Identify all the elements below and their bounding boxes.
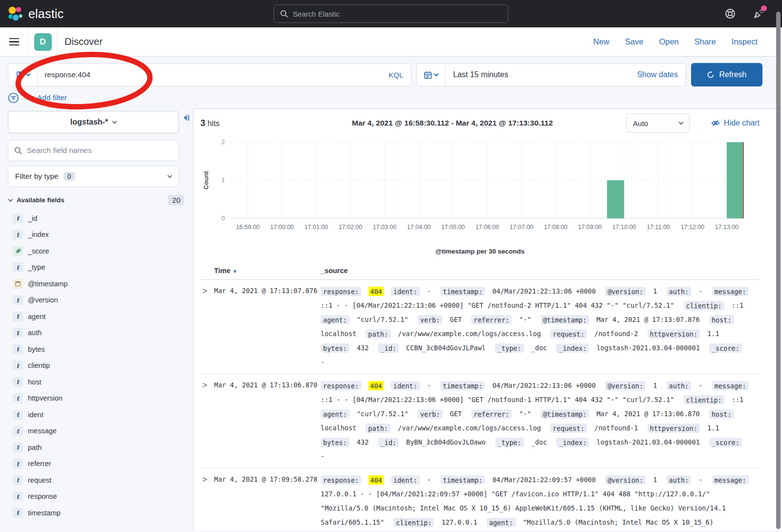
time-range-value[interactable]: Last 15 minutes	[445, 70, 629, 79]
index-pattern-selector[interactable]: logstash-*	[8, 111, 179, 133]
source-field-value: 1	[653, 382, 657, 389]
field-item-request[interactable]: trequest	[8, 472, 186, 489]
top-menu-save[interactable]: Save	[625, 37, 644, 46]
svg-text:17:13:00: 17:13:00	[715, 224, 739, 231]
top-menu-new[interactable]: New	[593, 37, 609, 46]
field-item-@version[interactable]: t@version	[8, 292, 186, 309]
top-menu-share[interactable]: Share	[695, 37, 716, 46]
field-type-text-icon: t	[13, 508, 23, 518]
doc-time: Mar 4, 2021 @ 17:09:58.278	[214, 473, 321, 530]
field-search-input[interactable]: Search field names	[8, 140, 179, 161]
elastic-logo[interactable]: elastic	[0, 5, 108, 22]
saved-query-menu-button[interactable]	[8, 64, 38, 86]
save-query-icon	[16, 71, 24, 79]
field-type-text-icon: t	[13, 328, 23, 338]
field-item-@timestamp[interactable]: @timestamp	[8, 276, 186, 292]
field-item-bytes[interactable]: tbytes	[8, 341, 186, 358]
help-icon[interactable]	[724, 8, 736, 20]
field-name: _type	[28, 263, 45, 271]
svg-text:17:00:00: 17:00:00	[270, 224, 294, 231]
source-field-key: auth:	[667, 381, 692, 390]
field-name: response	[28, 492, 57, 500]
field-type-text-icon: t	[13, 475, 23, 485]
svg-text:16:59:00: 16:59:00	[236, 224, 260, 231]
field-item-response[interactable]: tresponse	[8, 489, 186, 505]
expand-row-icon[interactable]: >	[200, 473, 214, 530]
source-field-key: response:	[321, 475, 361, 485]
expand-row-icon[interactable]: >	[200, 284, 214, 369]
source-field-key: @version:	[605, 287, 646, 296]
source-field-value: Mar 4, 2021 @ 17:13:06.870	[596, 410, 699, 418]
global-search-input[interactable]: Search Elastic	[274, 4, 508, 23]
svg-text:1: 1	[221, 177, 225, 184]
field-item-_id[interactable]: t_id	[8, 210, 186, 227]
field-type-text-icon: t	[13, 443, 23, 452]
field-item-httpversion[interactable]: thttpversion	[8, 390, 186, 407]
filter-type-count-badge: 0	[64, 172, 75, 181]
doc-table-row: >Mar 4, 2021 @ 17:13:07.876response: 404…	[200, 280, 760, 374]
doc-source: response: 404 ident: - timestamp: 04/Mar…	[321, 284, 760, 369]
source-field-key: @version:	[605, 475, 646, 485]
field-name: host	[28, 378, 41, 386]
field-item-agent[interactable]: tagent	[8, 308, 186, 325]
query-language-button[interactable]: KQL	[381, 71, 411, 79]
histogram-chart[interactable]: 16:59:0017:00:0017:01:0017:02:0017:03:00…	[200, 137, 760, 255]
time-column-header[interactable]: Time▼	[214, 267, 321, 275]
field-item-_type[interactable]: t_type	[8, 259, 186, 276]
chevron-down-icon	[25, 72, 30, 77]
query-input[interactable]: response:404	[38, 70, 381, 79]
discover-app-badge[interactable]: D	[34, 33, 52, 51]
filter-icon[interactable]	[8, 92, 19, 104]
source-field-value: 04/Mar/2021:22:09:57 +0000	[492, 476, 595, 484]
show-dates-button[interactable]: Show dates	[629, 70, 686, 79]
interval-select[interactable]: Auto	[626, 113, 690, 133]
source-field-key: _score:	[709, 438, 742, 447]
source-field-key: message:	[712, 381, 749, 390]
svg-text:17:12:00: 17:12:00	[681, 224, 705, 231]
global-header: elastic Search Elastic	[0, 0, 782, 27]
field-item-referrer[interactable]: treferrer	[8, 456, 186, 472]
doc-time: Mar 4, 2021 @ 17:13:07.876	[214, 284, 321, 369]
field-item-auth[interactable]: tauth	[8, 325, 186, 341]
field-item-ident[interactable]: tident	[8, 406, 186, 423]
field-item-clientip[interactable]: tclientip	[8, 358, 186, 374]
expand-row-icon[interactable]: >	[200, 379, 214, 464]
top-menu-inspect[interactable]: Inspect	[732, 37, 758, 46]
svg-text:17:11:00: 17:11:00	[647, 224, 670, 231]
source-field-key: referrer:	[471, 315, 512, 324]
filter-by-type-select[interactable]: Filter by type 0	[8, 166, 179, 187]
collapse-sidebar-icon[interactable]	[180, 113, 190, 122]
field-item-timestamp[interactable]: ttimestamp	[8, 505, 186, 521]
field-item-path[interactable]: tpath	[8, 439, 186, 456]
field-type-number-icon: #	[13, 246, 23, 256]
field-item-_score[interactable]: #_score	[8, 243, 186, 259]
hide-chart-button[interactable]: Hide chart	[711, 119, 760, 128]
source-field-value: 1	[653, 287, 657, 295]
field-name: _score	[28, 247, 49, 255]
add-filter-button[interactable]: + Add filter	[31, 93, 67, 102]
source-field-key: agent:	[321, 409, 349, 419]
top-menu-open[interactable]: Open	[659, 37, 678, 46]
field-item-host[interactable]: thost	[8, 374, 186, 390]
field-item-message[interactable]: tmessage	[8, 423, 186, 440]
available-fields-header[interactable]: Available fields 20	[8, 195, 186, 205]
source-field-value: ::1 - - [04/Mar/2021:22:13:06 +0000] "GE…	[321, 301, 674, 309]
source-field-value: 432	[357, 438, 369, 446]
date-quick-menu-button[interactable]	[417, 64, 445, 86]
menu-icon[interactable]	[0, 27, 28, 56]
field-type-text-icon: t	[13, 262, 23, 272]
source-field-key: host:	[709, 409, 734, 419]
page-scrollbar[interactable]	[776, 12, 781, 529]
source-field-value: 1.1	[707, 330, 719, 338]
source-field-key: ident:	[391, 381, 420, 390]
date-picker-group: Last 15 minutes Show dates	[416, 63, 686, 86]
source-field-key: request:	[550, 329, 587, 339]
source-field-value: "-"	[519, 316, 531, 323]
newsfeed-icon[interactable]	[753, 8, 764, 20]
refresh-button[interactable]: Refresh	[691, 63, 762, 86]
discover-main-panel: 3 hits Mar 4, 2021 @ 16:58:30.112 - Mar …	[193, 108, 782, 530]
field-item-_index[interactable]: t_index	[8, 227, 186, 243]
field-name: clientip	[28, 362, 50, 369]
source-field-key: response:	[321, 287, 361, 296]
app-header: D Discover NewSaveOpenShareInspect	[0, 27, 782, 57]
